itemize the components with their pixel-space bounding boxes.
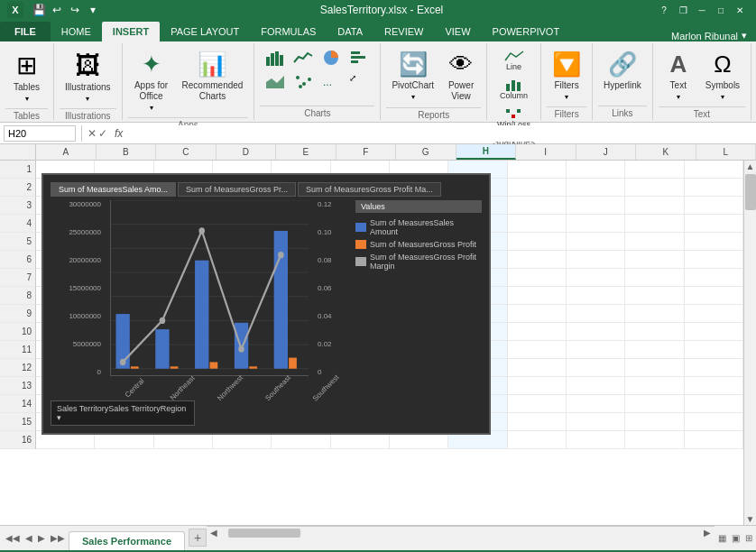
cell-I5[interactable] <box>508 233 567 251</box>
page-break-btn[interactable]: ⊞ <box>745 533 752 543</box>
cell-L9[interactable] <box>685 305 743 323</box>
tab-page-layout[interactable]: PAGE LAYOUT <box>160 22 250 41</box>
cell-L15[interactable] <box>685 413 743 431</box>
cell-I6[interactable] <box>508 251 567 269</box>
tab-file[interactable]: FILE <box>0 22 51 41</box>
quick-access-more-btn[interactable]: ▾ <box>85 2 101 18</box>
cell-J1[interactable] <box>567 161 625 179</box>
cell-K8[interactable] <box>625 287 684 305</box>
save-quick-btn[interactable]: 💾 <box>31 2 47 18</box>
h-scroll-left-btn[interactable]: ◀ <box>208 528 219 538</box>
pie-chart-btn[interactable] <box>318 47 345 69</box>
cell-L3[interactable] <box>685 197 743 215</box>
cell-I11[interactable] <box>508 341 567 359</box>
line-chart-btn[interactable] <box>290 47 317 69</box>
cell-L7[interactable] <box>685 269 743 287</box>
redo-quick-btn[interactable]: ↪ <box>67 2 83 18</box>
power-view-button[interactable]: 👁 PowerView <box>441 47 481 106</box>
close-btn[interactable]: ✕ <box>731 3 749 17</box>
sheet-nav-first[interactable]: ◀◀ <box>4 531 22 545</box>
cell-J2[interactable] <box>567 179 625 197</box>
column-chart-btn[interactable] <box>262 47 289 69</box>
chart-tab-1[interactable]: Sum of MeasuresGross Pr... <box>178 182 296 197</box>
cell-K10[interactable] <box>625 323 684 341</box>
tables-button[interactable]: ⊞ Tables ▾ <box>7 47 47 106</box>
scatter-chart-btn[interactable] <box>290 70 317 92</box>
cell-J5[interactable] <box>567 233 625 251</box>
recommended-charts-button[interactable]: 📊 RecommendedCharts <box>177 47 249 106</box>
cell-L11[interactable] <box>685 341 743 359</box>
cell-K9[interactable] <box>625 305 684 323</box>
cell-I12[interactable] <box>508 359 567 377</box>
cell-L10[interactable] <box>685 323 743 341</box>
cell-I3[interactable] <box>508 197 567 215</box>
tab-powerpivot[interactable]: POWERPIVOT <box>482 22 571 41</box>
cell-I14[interactable] <box>508 395 567 413</box>
cell-J11[interactable] <box>567 341 625 359</box>
cell-L4[interactable] <box>685 215 743 233</box>
sheet-tab-sales-performance[interactable]: Sales Performance <box>69 531 185 550</box>
cell-K5[interactable] <box>625 233 684 251</box>
cell-I16[interactable] <box>508 431 567 449</box>
cell-L6[interactable] <box>685 251 743 269</box>
cell-I4[interactable] <box>508 215 567 233</box>
name-box[interactable]: H20 <box>4 125 76 142</box>
undo-quick-btn[interactable]: ↩ <box>49 2 65 18</box>
cell-J14[interactable] <box>567 395 625 413</box>
scroll-down-btn[interactable]: ▼ <box>744 513 756 525</box>
filters-button[interactable]: 🔽 Filters ▾ <box>547 47 586 105</box>
tab-home[interactable]: HOME <box>51 22 102 41</box>
charts-expand-btn[interactable]: ⤢ <box>346 70 360 92</box>
cell-L2[interactable] <box>685 179 743 197</box>
cell-K4[interactable] <box>625 215 684 233</box>
vertical-scrollbar[interactable]: ▲ ▼ <box>743 161 756 525</box>
line-sparkline-btn[interactable]: Line <box>493 47 534 75</box>
cell-K16[interactable] <box>625 431 684 449</box>
function-icon[interactable]: fx <box>115 127 123 140</box>
embedded-chart[interactable]: Sum of MeasuresSales Amo... Sum of Measu… <box>41 173 491 435</box>
minimize-btn[interactable]: ─ <box>693 3 711 17</box>
cell-L16[interactable] <box>685 431 743 449</box>
cell-I10[interactable] <box>508 323 567 341</box>
cell-K12[interactable] <box>625 359 684 377</box>
cell-J9[interactable] <box>567 305 625 323</box>
col-sparkline-btn[interactable]: Column <box>493 76 534 104</box>
tab-review[interactable]: REVIEW <box>373 22 434 41</box>
cell-J12[interactable] <box>567 359 625 377</box>
cell-L1[interactable] <box>685 161 743 179</box>
cell-I8[interactable] <box>508 287 567 305</box>
cell-I2[interactable] <box>508 179 567 197</box>
formula-input[interactable] <box>130 125 752 142</box>
cell-K13[interactable] <box>625 377 684 395</box>
cell-L12[interactable] <box>685 359 743 377</box>
cell-J13[interactable] <box>567 377 625 395</box>
cell-J7[interactable] <box>567 269 625 287</box>
cell-I13[interactable] <box>508 377 567 395</box>
horizontal-scrollbar[interactable]: ◀ ▶ <box>207 526 715 538</box>
scroll-up-btn[interactable]: ▲ <box>744 161 756 172</box>
cell-J8[interactable] <box>567 287 625 305</box>
hyperlink-button[interactable]: 🔗 Hyperlink <box>598 47 647 95</box>
bar-chart-btn[interactable] <box>346 47 373 69</box>
cell-I9[interactable] <box>508 305 567 323</box>
help-btn[interactable]: ? <box>655 3 673 17</box>
tab-insert[interactable]: INSERT <box>102 22 160 41</box>
cell-J16[interactable] <box>567 431 625 449</box>
cell-J15[interactable] <box>567 413 625 431</box>
cell-L5[interactable] <box>685 233 743 251</box>
cell-K1[interactable] <box>625 161 684 179</box>
cell-J10[interactable] <box>567 323 625 341</box>
sheet-nav-next[interactable]: ▶ <box>36 531 47 545</box>
other-chart-btn[interactable]: ... <box>318 70 345 92</box>
chart-tab-0[interactable]: Sum of MeasuresSales Amo... <box>51 182 176 197</box>
cell-K6[interactable] <box>625 251 684 269</box>
scrollbar-thumb[interactable] <box>745 174 756 210</box>
cell-L14[interactable] <box>685 395 743 413</box>
cell-I15[interactable] <box>508 413 567 431</box>
sheet-add-btn[interactable]: + <box>189 526 207 550</box>
cell-J3[interactable] <box>567 197 625 215</box>
cell-I1[interactable] <box>508 161 567 179</box>
illustrations-button[interactable]: 🖼 Illustrations ▾ <box>60 47 116 106</box>
cell-K15[interactable] <box>625 413 684 431</box>
cell-K3[interactable] <box>625 197 684 215</box>
